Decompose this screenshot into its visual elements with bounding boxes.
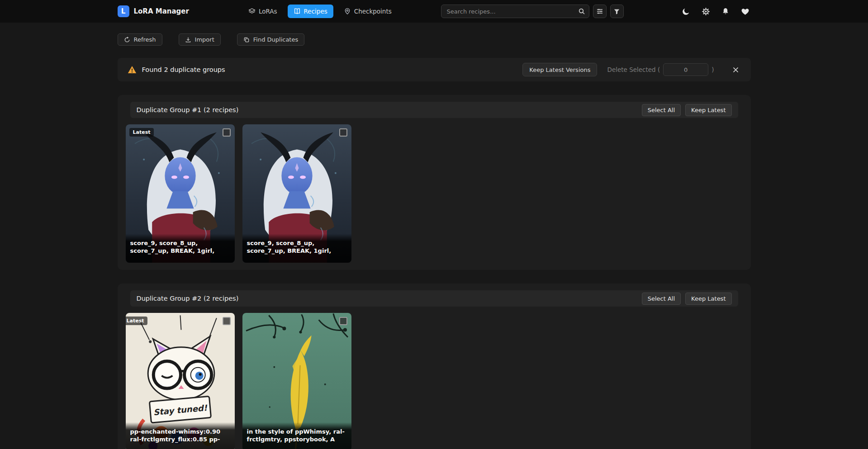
duplicates-alert: Found 2 duplicate groups Keep Latest Ver…: [118, 58, 751, 81]
moon-icon: [682, 10, 690, 17]
selected-count-input[interactable]: [663, 63, 708, 76]
app-logo-icon: L: [118, 5, 129, 17]
theme-toggle-button[interactable]: [680, 6, 692, 17]
import-label: Import: [195, 36, 214, 43]
search-input[interactable]: [441, 5, 589, 18]
latest-badge: Latest: [126, 317, 148, 325]
group-header: Duplicate Group #1 (2 recipes) Select Al…: [130, 102, 738, 118]
settings-button[interactable]: [700, 6, 711, 17]
recipe-card[interactable]: Latest score_9, score_8_up, score_7_up, …: [126, 124, 235, 263]
recipe-checkbox[interactable]: [223, 128, 231, 137]
refresh-label: Refresh: [134, 36, 156, 43]
tab-recipes[interactable]: Recipes: [288, 5, 333, 18]
book-icon: [294, 8, 301, 15]
search: [441, 5, 589, 18]
find-duplicates-button[interactable]: Find Duplicates: [237, 33, 304, 46]
tab-loras-label: LoRAs: [259, 8, 277, 15]
layers-icon: [248, 8, 256, 15]
map-pin-icon: [344, 8, 351, 15]
delete-selected-control: Delete Selected ( ): [607, 63, 714, 76]
toolbar: Refresh Import Find Duplicates: [118, 33, 751, 46]
app-title: LoRA Manager: [134, 7, 189, 15]
recipe-cards-row: Latest pp-enchanted-whimsy:0.90 ral-frct…: [125, 313, 744, 449]
close-icon: [732, 68, 739, 75]
recipe-caption: score_9, score_8_up, score_7_up, BREAK, …: [242, 234, 351, 263]
refresh-button[interactable]: Refresh: [118, 33, 162, 46]
search-icon[interactable]: [578, 8, 585, 15]
recipe-caption: score_9, score_8_up, score_7_up, BREAK, …: [126, 234, 235, 263]
bell-icon: [721, 10, 730, 17]
tab-recipes-label: Recipes: [304, 8, 327, 15]
recipe-checkbox[interactable]: [223, 317, 231, 325]
duplicate-group-2: Duplicate Group #2 (2 recipes) Select Al…: [118, 284, 751, 449]
recipe-card[interactable]: score_9, score_8_up, score_7_up, BREAK, …: [242, 124, 351, 263]
gear-icon: [702, 10, 710, 17]
app-brand[interactable]: L LoRA Manager: [118, 5, 189, 17]
funnel-icon: [613, 8, 620, 15]
group-title: Duplicate Group #1 (2 recipes): [137, 106, 239, 113]
latest-badge: Latest: [129, 128, 154, 137]
delete-selected-suffix: ): [711, 66, 714, 73]
refresh-icon: [124, 37, 130, 43]
recipe-card[interactable]: in the style of ppWhimsy, ral-frctlgmtry…: [242, 313, 351, 449]
nav-tabs: LoRAs Recipes Checkpoints: [242, 5, 398, 18]
nav-action-icons: [680, 6, 751, 17]
duplicate-icon: [243, 37, 250, 43]
recipe-cards-row: Latest score_9, score_8_up, score_7_up, …: [125, 124, 744, 263]
import-icon: [185, 37, 191, 43]
keep-latest-button[interactable]: Keep Latest: [685, 104, 731, 116]
import-button[interactable]: Import: [179, 33, 221, 46]
recipe-caption: in the style of ppWhimsy, ral-frctlgmtry…: [242, 422, 351, 449]
keep-latest-button[interactable]: Keep Latest: [685, 293, 731, 305]
select-all-button[interactable]: Select All: [642, 293, 681, 305]
sliders-icon: [596, 8, 603, 15]
recipe-checkbox[interactable]: [339, 317, 347, 325]
navbar: L LoRA Manager LoRAs Recipes Checkpoi: [0, 0, 868, 23]
recipe-checkbox[interactable]: [339, 128, 347, 137]
recipe-caption: pp-enchanted-whimsy:0.90 ral-frctlgmtry_…: [126, 422, 235, 449]
delete-selected-prefix: Delete Selected (: [607, 66, 660, 73]
duplicate-group-1: Duplicate Group #1 (2 recipes) Select Al…: [118, 95, 751, 270]
sliders-button[interactable]: [593, 5, 607, 18]
notifications-button[interactable]: [720, 6, 731, 17]
close-alert-button[interactable]: [730, 65, 741, 75]
favorites-button[interactable]: [740, 6, 751, 17]
recipe-card[interactable]: Latest pp-enchanted-whimsy:0.90 ral-frct…: [126, 313, 235, 449]
alert-message: Found 2 duplicate groups: [142, 66, 225, 73]
tab-checkpoints-label: Checkpoints: [354, 8, 392, 15]
tab-loras[interactable]: LoRAs: [242, 5, 283, 18]
tab-checkpoints[interactable]: Checkpoints: [338, 5, 398, 18]
heart-icon: [741, 10, 749, 17]
keep-latest-versions-button[interactable]: Keep Latest Versions: [522, 63, 597, 76]
group-header: Duplicate Group #2 (2 recipes) Select Al…: [130, 290, 738, 307]
find-duplicates-label: Find Duplicates: [253, 36, 298, 43]
filter-button[interactable]: [610, 5, 624, 18]
select-all-button[interactable]: Select All: [642, 104, 681, 116]
warning-icon: [128, 65, 137, 74]
group-title: Duplicate Group #2 (2 recipes): [137, 295, 239, 302]
